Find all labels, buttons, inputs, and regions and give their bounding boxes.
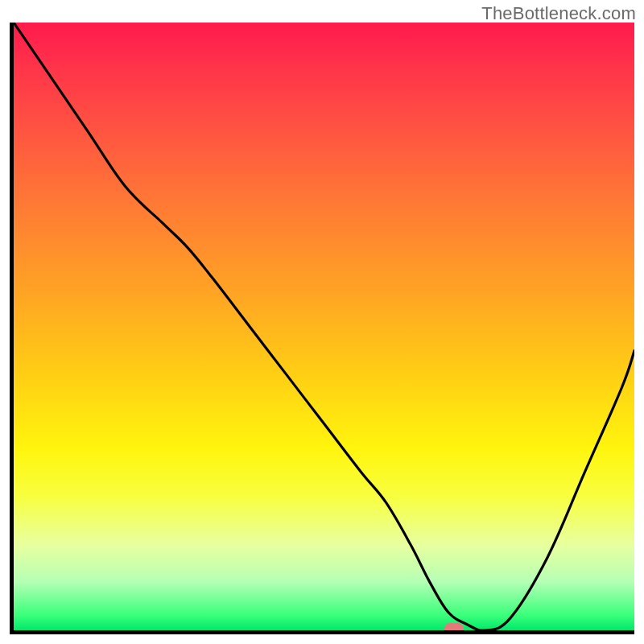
bottleneck-curve [14,23,634,630]
watermark-text: TheBottleneck.com [481,3,636,24]
plot-area [10,23,634,634]
chart-container: TheBottleneck.com [0,0,644,644]
optimal-marker [444,623,464,634]
